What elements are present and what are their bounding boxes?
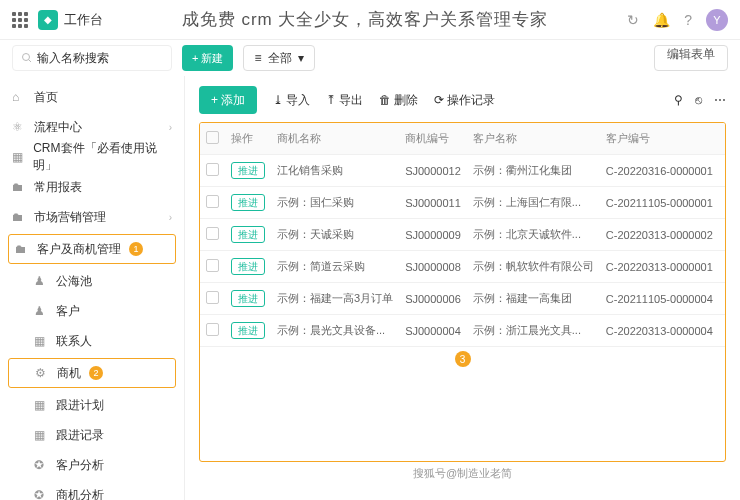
sidebar-item[interactable]: 🖿常用报表 (0, 172, 184, 202)
share-icon[interactable]: ⎋ (695, 93, 702, 107)
sidebar-item[interactable]: ✪客户分析 (0, 450, 184, 480)
column-header (200, 123, 225, 155)
checkbox[interactable] (206, 227, 219, 240)
sidebar-item[interactable]: ✪商机分析 (0, 480, 184, 500)
avatar[interactable]: Y (706, 9, 728, 31)
group-select[interactable]: ≡ 全部 ▾ (243, 45, 314, 71)
folder-icon: ⚙ (35, 366, 49, 380)
sidebar-item[interactable]: ▦跟进记录 (0, 420, 184, 450)
more-icon[interactable]: ⋯ (714, 93, 726, 107)
checkbox[interactable] (206, 323, 219, 336)
badge: 1 (129, 242, 143, 256)
checkbox[interactable] (206, 195, 219, 208)
cell-no: SJ0000006 (399, 283, 467, 315)
sidebar-item[interactable]: 🖿市场营销管理› (0, 202, 184, 232)
delete-button[interactable]: 🗑删除 (379, 92, 418, 109)
log-button[interactable]: ⟳操作记录 (434, 92, 495, 109)
folder-icon: ♟ (34, 274, 48, 288)
column-header: 商机编号 (399, 123, 467, 155)
push-button[interactable]: 推进 (231, 290, 265, 307)
sidebar-item-label: 商机分析 (56, 487, 104, 501)
folder-icon: 🖿 (15, 242, 29, 256)
cell-name: 示例：简道云采购 (271, 251, 399, 283)
cell-contact: 示例：王立 (719, 251, 726, 283)
cell-cust: 示例：上海国仁有限... (467, 187, 600, 219)
sidebar-item-label: 客户分析 (56, 457, 104, 474)
sidebar-item[interactable]: ♟公海池 (0, 266, 184, 296)
new-button[interactable]: + 新建 (182, 45, 233, 71)
checkbox[interactable] (206, 291, 219, 304)
checkbox[interactable] (206, 259, 219, 272)
refresh-icon[interactable]: ↻ (627, 12, 639, 28)
badge: 2 (89, 366, 103, 380)
checkbox[interactable] (206, 163, 219, 176)
folder-icon: ⌂ (12, 90, 26, 104)
sidebar-item-label: CRM套件「必看使用说明」 (33, 140, 172, 174)
cell-cust: 示例：帆软软件有限公司 (467, 251, 600, 283)
folder-icon: ♟ (34, 304, 48, 318)
sidebar-item[interactable]: ⚛流程中心› (0, 112, 184, 142)
svg-line-1 (29, 60, 32, 63)
edit-form-button[interactable]: 编辑表单 (654, 45, 728, 71)
push-button[interactable]: 推进 (231, 162, 265, 179)
sidebar-item[interactable]: ♟客户 (0, 296, 184, 326)
push-button[interactable]: 推进 (231, 322, 265, 339)
annotation-3: 3 (455, 351, 471, 367)
sidebar-item[interactable]: ▦联系人 (0, 326, 184, 356)
add-button[interactable]: + 添加 (199, 86, 257, 114)
table-wrapper: 操作商机名称商机编号客户名称客户编号客户联系人推进江化销售采购SJ0000012… (199, 122, 726, 462)
search-icon (21, 52, 33, 64)
cell-cno: C-20220316-0000001 (600, 155, 719, 187)
cell-name: 江化销售采购 (271, 155, 399, 187)
cell-cust: 示例：浙江晨光文具... (467, 315, 600, 347)
push-button[interactable]: 推进 (231, 226, 265, 243)
sidebar-item[interactable]: ▦跟进计划 (0, 390, 184, 420)
folder-icon: ✪ (34, 488, 48, 500)
group-label: 全部 (268, 50, 292, 67)
table-row: 推进示例：福建一高3月订单SJ0000006示例：福建一高集团C-2021110… (200, 283, 726, 315)
search-input[interactable]: 输入名称搜索 (12, 45, 172, 71)
help-icon[interactable]: ? (684, 12, 692, 28)
cell-cust: 示例：福建一高集团 (467, 283, 600, 315)
svg-point-0 (23, 54, 30, 61)
top-bar: ◆ 工作台 成免费 crm 大全少女，高效客户关系管理专家 ↻ 🔔 ? Y (0, 0, 740, 40)
sidebar-item-label: 首页 (34, 89, 58, 106)
push-button[interactable]: 推进 (231, 258, 265, 275)
column-header: 客户编号 (600, 123, 719, 155)
sidebar-item[interactable]: ▦CRM套件「必看使用说明」 (0, 142, 184, 172)
main-panel: + 添加 ⤓导入 ⤒导出 🗑删除 ⟳操作记录 ⚲ ⎋ ⋯ 操作商机名称商机编号客… (185, 76, 740, 500)
import-button[interactable]: ⤓导入 (273, 92, 310, 109)
apps-icon[interactable] (12, 12, 28, 28)
folder-icon: ▦ (34, 334, 48, 348)
group-icon: ≡ (254, 51, 261, 65)
sidebar-item[interactable]: 🖿客户及商机管理1 (8, 234, 176, 264)
sidebar-item[interactable]: ⚙商机2 (8, 358, 176, 388)
folder-icon: ▦ (34, 428, 48, 442)
folder-icon: 🖿 (12, 210, 26, 224)
table-row: 推进示例：国仁采购SJ0000011示例：上海国仁有限...C-20211105… (200, 187, 726, 219)
folder-icon: ▦ (34, 398, 48, 412)
cell-contact: 示例：李清海 (719, 219, 726, 251)
sidebar-item-label: 公海池 (56, 273, 92, 290)
sidebar-item[interactable]: ⌂首页 (0, 82, 184, 112)
export-icon: ⤒ (326, 93, 336, 107)
table-row: 推进示例：晨光文具设备...SJ0000004示例：浙江晨光文具...C-202… (200, 315, 726, 347)
logo-icon: ◆ (38, 10, 58, 30)
sidebar-item-label: 流程中心 (34, 119, 82, 136)
sidebar-item-label: 客户及商机管理 (37, 241, 121, 258)
bell-icon[interactable]: 🔔 (653, 12, 670, 28)
checkbox[interactable] (206, 131, 219, 144)
cell-cno: C-20211105-0000004 (600, 283, 719, 315)
cell-cust: 示例：衢州江化集团 (467, 155, 600, 187)
clock-icon: ⟳ (434, 93, 444, 107)
push-button[interactable]: 推进 (231, 194, 265, 211)
data-table: 操作商机名称商机编号客户名称客户编号客户联系人推进江化销售采购SJ0000012… (200, 123, 726, 347)
cell-cno: C-20220313-0000001 (600, 251, 719, 283)
cell-cno: C-20211105-0000001 (600, 187, 719, 219)
export-button[interactable]: ⤒导出 (326, 92, 363, 109)
filter-icon[interactable]: ⚲ (674, 93, 683, 107)
trash-icon: 🗑 (379, 93, 391, 107)
cell-no: SJ0000004 (399, 315, 467, 347)
chevron-right-icon: › (169, 212, 172, 223)
column-header: 操作 (225, 123, 271, 155)
